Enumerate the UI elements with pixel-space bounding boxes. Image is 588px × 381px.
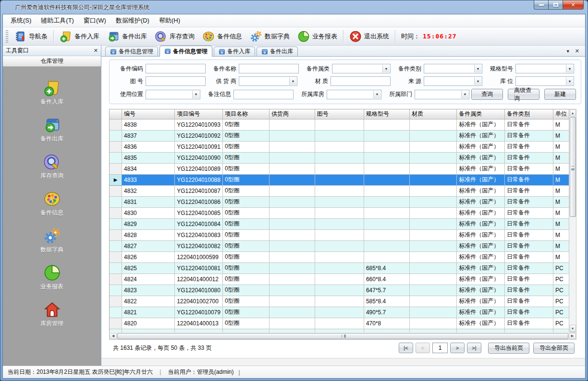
- scroll-left-icon[interactable]: ◀: [110, 333, 117, 339]
- toolbar-button-navbar[interactable]: 导航条: [10, 29, 51, 44]
- field-input[interactable]: [233, 90, 294, 99]
- field-dropdown[interactable]: ▼: [239, 76, 297, 86]
- row-selector-cell[interactable]: [110, 229, 122, 240]
- sidebar-item-inventory-query[interactable]: 库存查询: [40, 153, 63, 180]
- field-input[interactable]: [146, 64, 206, 73]
- scroll-down-icon[interactable]: ▼: [570, 325, 576, 332]
- table-row[interactable]: 482612204010005990型圈标准件（国产）日常备件M: [110, 251, 569, 262]
- row-selector-cell[interactable]: [110, 218, 122, 229]
- row-selector-cell[interactable]: ▶: [110, 174, 122, 185]
- field-input[interactable]: [331, 76, 391, 86]
- row-selector-cell[interactable]: [110, 130, 122, 141]
- field-dropdown[interactable]: ▼: [515, 76, 574, 86]
- previous-page-button[interactable]: <: [416, 343, 430, 353]
- toolbar-button-exit[interactable]: 退出系统: [345, 29, 393, 44]
- vertical-scrollbar[interactable]: ▲ ▼: [569, 109, 576, 333]
- table-row[interactable]: 4830YG122040100850型圈标准件（国产）日常备件M: [110, 207, 569, 218]
- table-row[interactable]: 4827YG122040100820型圈标准件（国产）日常备件M: [110, 240, 569, 251]
- sidebar-group-header[interactable]: 仓库管理: [3, 56, 101, 67]
- grid-header-cell[interactable]: 备件属类: [457, 109, 505, 119]
- toolbar-button-data-dictionary[interactable]: 数据字典: [246, 29, 294, 44]
- table-row[interactable]: 4837YG122040100920型圈标准件（国产）日常备件M: [110, 130, 569, 141]
- horizontal-scrollbar[interactable]: ◀ ▶: [109, 333, 576, 340]
- sidebar-item-parts-in[interactable]: 备件入库: [40, 79, 63, 106]
- table-row[interactable]: 482212204010027000型圈585*8.4标准件（国产）日常备件PC: [110, 296, 569, 307]
- menu-item[interactable]: 帮助(H): [154, 15, 185, 26]
- field-dropdown[interactable]: ▼: [515, 64, 574, 73]
- row-selector-cell[interactable]: [110, 296, 122, 307]
- scroll-up-icon[interactable]: ▲: [570, 109, 576, 117]
- sidebar-item-business-report[interactable]: 业务报表: [40, 264, 63, 291]
- horizontal-scroll-thumb[interactable]: [117, 333, 568, 339]
- row-selector-cell[interactable]: [110, 196, 122, 207]
- tab-active[interactable]: 备件信息管理: [159, 46, 212, 57]
- row-selector-cell[interactable]: [110, 251, 122, 262]
- row-selector-cell[interactable]: [110, 318, 122, 329]
- table-row[interactable]: 4821YG122040100790型圈490*5.7标准件（国产）日常备件PC: [110, 307, 569, 318]
- grid-header-cell[interactable]: 项目名称: [222, 109, 269, 119]
- row-selector-cell[interactable]: [110, 307, 122, 318]
- row-selector-cell[interactable]: [110, 240, 122, 251]
- table-row[interactable]: 4829YG122040100840型圈标准件（国产）日常备件M: [110, 218, 569, 229]
- table-row[interactable]: ▶4833YG122040100880型圈标准件（国产）日常备件M: [110, 174, 569, 185]
- field-input[interactable]: [146, 76, 206, 86]
- menu-item[interactable]: 窗口(W): [79, 15, 111, 26]
- pin-icon[interactable]: [84, 48, 90, 54]
- table-row[interactable]: 4834YG122040100890型圈标准件（国产）日常备件M: [110, 163, 569, 174]
- grid-header-cell[interactable]: 单位: [553, 109, 569, 119]
- tab-item[interactable]: 备件入库: [214, 47, 255, 56]
- maximize-button[interactable]: [548, 0, 563, 10]
- grid-header-cell[interactable]: 编号: [122, 109, 175, 119]
- table-row[interactable]: 482412204014000120型圈660*8.4标准件（国产）日常备件PC: [110, 274, 569, 285]
- vertical-scroll-thumb[interactable]: [570, 117, 576, 217]
- sidebar-item-warehouse[interactable]: 库房管理: [40, 301, 63, 328]
- grid-header-cell[interactable]: 材质: [409, 109, 456, 119]
- tab-item[interactable]: 备件信息管理: [105, 47, 158, 56]
- toolbar-button-parts-info[interactable]: 备件信息: [198, 29, 246, 44]
- grid-header-cell[interactable]: 项目编号: [175, 109, 223, 119]
- table-row[interactable]: 4828YG122040100830型圈标准件（国产）日常备件M: [110, 229, 569, 240]
- minimize-button[interactable]: [534, 0, 548, 10]
- table-row[interactable]: 4825YG122040100810型圈685*8.4标准件（国产）日常备件PC: [110, 262, 569, 274]
- field-input[interactable]: [239, 64, 299, 73]
- field-dropdown[interactable]: ▼: [146, 90, 200, 99]
- row-selector-cell[interactable]: [110, 141, 122, 152]
- toolbar-button-parts-in[interactable]: 备件入库: [56, 29, 103, 44]
- toolbar-button-inventory-query[interactable]: 库存查询: [151, 29, 198, 44]
- field-dropdown[interactable]: ▼: [424, 76, 482, 86]
- sidebar-item-parts-info[interactable]: 备件信息: [40, 190, 63, 217]
- table-row[interactable]: 4831YG122040100860型圈标准件（国产）日常备件M: [110, 196, 569, 207]
- row-selector-cell[interactable]: [110, 163, 122, 174]
- next-page-button[interactable]: >: [450, 343, 465, 353]
- row-selector-cell[interactable]: [110, 152, 122, 163]
- grid-header-cell[interactable]: 图号: [315, 109, 364, 119]
- menu-item[interactable]: 数据维护(D): [111, 15, 154, 26]
- first-page-button[interactable]: |<: [399, 343, 413, 353]
- export-current-page-button[interactable]: 导出当前页: [488, 343, 529, 354]
- row-selector-cell[interactable]: [110, 262, 122, 274]
- table-row[interactable]: 4838YG122040100930型圈标准件（国产）日常备件M: [110, 119, 569, 130]
- close-button[interactable]: ✕: [563, 0, 584, 10]
- sidebar-item-parts-out[interactable]: 备件出库: [40, 116, 63, 143]
- tab-item[interactable]: 备件出库: [257, 47, 298, 56]
- table-row[interactable]: 482012204014000130型圈470*8标准件（国产）日常备件PC: [110, 318, 569, 329]
- export-all-pages-button[interactable]: 导出全部页: [533, 343, 575, 354]
- row-selector-cell[interactable]: [110, 207, 122, 218]
- panel-close-icon[interactable]: ✕: [94, 48, 98, 54]
- table-row[interactable]: 4835YG122040100900型圈标准件（国产）日常备件M: [110, 152, 569, 163]
- field-dropdown[interactable]: ▼: [332, 64, 391, 73]
- table-row[interactable]: 4836YG122040100910型圈标准件（国产）日常备件M: [110, 141, 569, 152]
- tab-close-icon[interactable]: ✕: [575, 48, 579, 54]
- sidebar-item-data-dictionary[interactable]: 数据字典: [40, 227, 63, 254]
- scroll-right-icon[interactable]: ▶: [569, 333, 576, 339]
- table-row[interactable]: 4832YG122040100870型圈标准件（国产）日常备件M: [110, 185, 569, 196]
- row-selector-cell[interactable]: [110, 285, 122, 296]
- row-selector-cell[interactable]: [110, 119, 122, 130]
- row-selector-cell[interactable]: [110, 185, 122, 196]
- grid-header-cell[interactable]: 供货商: [269, 109, 315, 119]
- search-button[interactable]: 查询: [471, 89, 503, 100]
- last-page-button[interactable]: >|: [467, 343, 481, 353]
- row-selector-cell[interactable]: [110, 274, 122, 285]
- menu-item[interactable]: 辅助工具(T): [36, 15, 79, 26]
- table-row[interactable]: 4823YG122040100800型圈647*5.7标准件（国产）日常备件PC: [110, 285, 569, 296]
